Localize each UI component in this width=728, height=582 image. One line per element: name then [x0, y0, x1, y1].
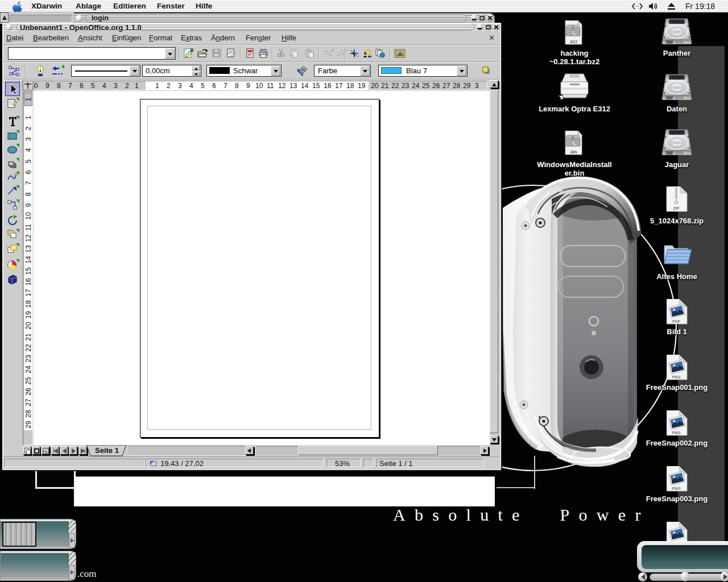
svg-text:ZIP: ZIP — [673, 206, 680, 210]
svg-text:.BZ2: .BZ2 — [569, 40, 577, 44]
svg-text:PNG: PNG — [672, 487, 681, 490]
svg-text:Seite 1: Seite 1 — [95, 446, 119, 455]
svg-text:PNG: PNG — [672, 431, 681, 435]
svg-text:PDF: PDF — [672, 319, 681, 323]
svg-text:PNG: PNG — [672, 375, 681, 379]
svg-text:.BIN: .BIN — [570, 150, 577, 154]
